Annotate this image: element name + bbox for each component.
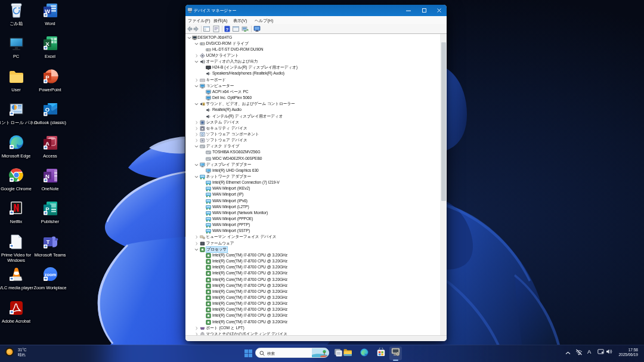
svg-text:?: ? (226, 27, 229, 32)
svg-text:zoom: zoom (44, 272, 56, 277)
svg-text:O: O (45, 106, 49, 113)
svg-text:A: A (45, 140, 49, 147)
svg-text:X: X (45, 41, 49, 47)
svg-text:N: N (45, 173, 49, 180)
svg-text:T: T (46, 239, 49, 245)
svg-text:W: W (45, 8, 50, 14)
svg-text:P: P (45, 206, 49, 212)
svg-text:P: P (45, 74, 49, 81)
